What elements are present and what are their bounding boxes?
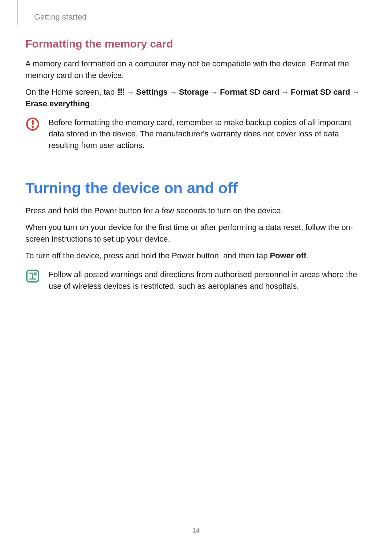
arrow-icon: → <box>209 88 220 96</box>
arrow-icon: → <box>168 88 179 96</box>
info-icon <box>25 269 40 285</box>
steps-period: . <box>90 99 92 108</box>
step-format-sd-2: Format SD card <box>291 87 350 97</box>
warning-text: Before formatting the memory card, remem… <box>49 117 367 152</box>
step-storage: Storage <box>179 87 209 97</box>
section2-para2: When you turn on your device for the fir… <box>25 222 367 245</box>
section2-para1: Press and hold the Power button for a fe… <box>25 205 367 217</box>
step-erase: Erase everything <box>25 99 90 108</box>
para3-suffix: . <box>306 251 309 260</box>
arrow-icon: → <box>350 88 360 96</box>
steps-prefix: On the Home screen, tap <box>25 87 117 97</box>
svg-point-2 <box>32 126 34 128</box>
section-title-formatting: Formatting the memory card <box>25 38 367 50</box>
info-block: Follow all posted warnings and direction… <box>25 269 367 292</box>
arrow-icon: → <box>279 88 291 96</box>
section1-para1: A memory card formatted on a computer ma… <box>25 58 367 81</box>
para3-prefix: To turn off the device, press and hold t… <box>25 251 270 260</box>
chapter-header: Getting started <box>34 12 86 22</box>
section2-para3: To turn off the device, press and hold t… <box>25 250 367 262</box>
apps-grid-icon <box>118 89 124 95</box>
page-left-rule <box>17 0 18 25</box>
warning-icon <box>25 117 40 133</box>
step-format-sd-1: Format SD card <box>220 87 279 97</box>
info-text: Follow all posted warnings and direction… <box>49 269 367 292</box>
page-content: Formatting the memory card A memory card… <box>25 38 367 292</box>
section-title-power: Turning the device on and off <box>25 180 367 197</box>
arrow-icon: → <box>125 88 136 96</box>
page-number: 14 <box>0 527 392 534</box>
power-off-label: Power off <box>270 251 306 260</box>
section-turning-on-off: Turning the device on and off Press and … <box>25 180 367 292</box>
step-settings: Settings <box>136 87 168 97</box>
section1-steps: On the Home screen, tap → Settings → Sto… <box>25 86 367 110</box>
svg-rect-1 <box>32 120 34 125</box>
warning-block: Before formatting the memory card, remem… <box>25 117 367 152</box>
